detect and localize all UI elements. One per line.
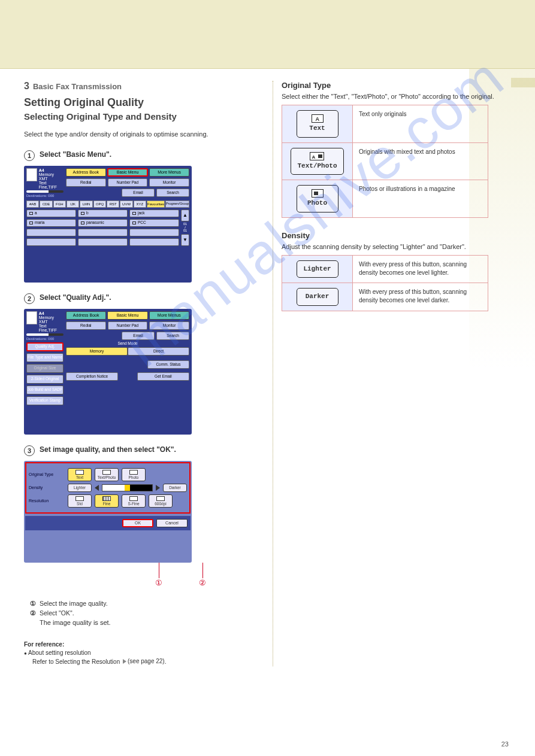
tab-address-book[interactable]: Address Book — [66, 311, 106, 320]
alpha-tab[interactable]: OPQ — [93, 201, 106, 208]
btn-ok[interactable]: OK — [122, 519, 153, 527]
alpha-tab-program[interactable]: Program/Group — [165, 201, 189, 208]
density-slider[interactable] — [102, 484, 153, 491]
lcd-btn-darker: Darker — [297, 288, 338, 305]
btn-direct[interactable]: Direct — [128, 347, 189, 356]
addr-entry[interactable]: jack — [129, 210, 179, 217]
addr-entry[interactable]: b — [78, 210, 128, 217]
section-density: Density — [282, 231, 511, 240]
btn-email[interactable]: Email — [122, 332, 155, 340]
status-size: A4 — [39, 168, 64, 172]
addr-entry[interactable] — [26, 229, 76, 236]
tab-more-menus[interactable]: More Menus — [149, 311, 189, 320]
btn-type-photo[interactable]: Photo — [122, 468, 146, 481]
label-original-type: Original Type — [29, 472, 65, 476]
step-2-number: 2 — [24, 293, 35, 304]
btn-verify-stamp[interactable]: Verification Stamp — [26, 396, 64, 405]
btn-type-textphoto[interactable]: Text/Photo — [95, 468, 119, 481]
page-body: 3 Basic Fax Transmission Setting Origina… — [0, 69, 535, 684]
btn-darker[interactable]: Darker — [163, 484, 187, 492]
lcd-label: Text — [303, 124, 332, 133]
screenshot-panel-2: A4 Memory XMT Text Fine,TIFF Destination… — [24, 309, 192, 435]
btn-number-pad[interactable]: Number Pad — [108, 178, 148, 187]
envelope-icon — [81, 212, 84, 215]
alpha-tab[interactable]: RST — [107, 201, 119, 208]
alpha-tab[interactable]: IJK — [67, 201, 79, 208]
btn-res-600[interactable]: 600dpi — [149, 494, 173, 508]
step-3-text: Set image quality, and then select "OK". — [40, 445, 176, 456]
lcd-btn-lighter: Lighter — [297, 260, 338, 278]
tab-more-menus[interactable]: More Menus — [149, 168, 189, 177]
btn-search[interactable]: Search — [156, 189, 189, 197]
footnote-heading: For reference: — [24, 640, 264, 649]
envelope-icon — [132, 212, 136, 215]
alpha-tab[interactable]: UVW — [120, 201, 132, 208]
btn-res-std[interactable]: Std — [68, 494, 92, 508]
row-lighter-icon: Lighter — [282, 255, 353, 283]
btn-monitor[interactable]: Monitor — [149, 321, 189, 330]
addr-entry[interactable]: a — [26, 210, 76, 217]
callout-2: ② — [199, 578, 206, 587]
alpha-tab-favourites[interactable]: Favourites — [147, 201, 165, 208]
row-darker-desc: With every press of this button, scannin… — [353, 283, 488, 311]
addr-entry[interactable]: PCC — [129, 219, 179, 227]
alpha-tab[interactable]: LMN — [80, 201, 92, 208]
section-original-type: Original Type — [282, 81, 511, 90]
page-link[interactable]: (see page 22) — [123, 657, 165, 666]
alpha-tab[interactable]: FGH — [53, 201, 66, 208]
btn-original-size[interactable]: Original Size — [26, 364, 64, 373]
side-tab — [511, 78, 535, 87]
btn-number-pad[interactable]: Number Pad — [108, 321, 148, 330]
text-icon — [312, 114, 324, 123]
section-density-sub: Adjust the scanning density by selecting… — [282, 242, 511, 251]
alpha-tab[interactable]: #AB — [26, 201, 39, 208]
scroll-up-button[interactable]: ▲ — [181, 210, 189, 221]
btn-memory[interactable]: Memory — [66, 347, 128, 356]
addr-entry[interactable] — [129, 229, 179, 236]
btn-completion-notice[interactable]: Completion Notice — [66, 372, 118, 381]
alpha-tab[interactable]: CDE — [40, 201, 52, 208]
btn-comm-status[interactable]: Comm. Status — [147, 360, 189, 369]
btn-res-sfine[interactable]: S-Fine — [122, 494, 146, 508]
btn-email[interactable]: Email — [122, 189, 155, 197]
btn-jobbuild[interactable]: Job Build and SADF — [26, 385, 64, 394]
btn-redial[interactable]: Redial — [66, 321, 106, 330]
addr-entry[interactable] — [78, 229, 128, 236]
tab-basic-menu[interactable]: Basic Menu — [107, 311, 147, 320]
btn-cancel[interactable]: Cancel — [156, 519, 188, 527]
intro-text: Select the type and/or density of origin… — [24, 130, 264, 139]
photo-icon — [312, 189, 324, 198]
original-type-table: Text Text only originals Text/Photo Orig… — [282, 105, 488, 217]
btn-lighter[interactable]: Lighter — [68, 484, 92, 492]
step-2-text: Select "Quality Adj.". — [40, 293, 111, 304]
status-block: A4 Memory XMT Text Fine,TIFF Destination… — [26, 168, 64, 198]
tab-address-book[interactable]: Address Book — [66, 168, 106, 177]
status-block: A4 Memory XMT Text Fine,TIFF Destination… — [26, 311, 64, 405]
addr-entry[interactable] — [78, 238, 128, 246]
alpha-tab[interactable]: XYZ — [134, 201, 146, 208]
footnote-line1b: Refer to Selecting the Resolution — [32, 658, 120, 665]
scroll-down-button[interactable]: ▼ — [181, 234, 189, 246]
footnote: For reference: About setting resolution … — [24, 640, 264, 666]
btn-type-text[interactable]: Text — [68, 468, 92, 481]
addr-entry[interactable] — [129, 238, 179, 246]
chapter-number: 3 — [24, 81, 29, 92]
lcd-btn-photo: Photo — [297, 185, 338, 212]
status-meter — [26, 190, 64, 193]
btn-redial[interactable]: Redial — [66, 178, 106, 187]
btn-res-fine[interactable]: Fine — [95, 494, 119, 508]
step-1-number: 1 — [24, 150, 35, 161]
addr-entry[interactable] — [26, 238, 76, 246]
step-2: 2 Select "Quality Adj.". — [24, 293, 264, 304]
addr-entry[interactable]: panasonic — [78, 219, 128, 227]
btn-get-email[interactable]: Get Email — [137, 372, 189, 381]
btn-monitor[interactable]: Monitor — [149, 178, 189, 187]
btn-search[interactable]: Search — [156, 332, 189, 340]
step3-result: The image quality is set. — [40, 619, 264, 626]
tab-basic-menu[interactable]: Basic Menu — [107, 168, 149, 177]
btn-file-type[interactable]: File Type and Name — [26, 353, 64, 362]
addr-entry[interactable]: maria — [26, 219, 76, 227]
btn-quality-adj[interactable]: Quality Adj. — [26, 342, 64, 351]
status-dest: Destinations: 000 — [26, 194, 64, 198]
btn-2sided[interactable]: 2-Sided Original — [26, 375, 64, 384]
